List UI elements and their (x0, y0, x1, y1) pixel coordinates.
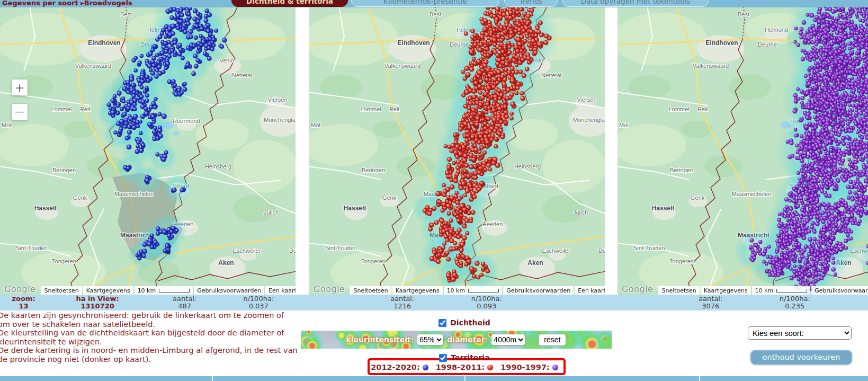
territoria-checkbox[interactable] (439, 354, 447, 362)
stats-bar: zoom:13ha in View:1310720aantal:487n/100… (0, 295, 868, 311)
territory-dots-layer (309, 7, 605, 295)
zoom-in-button[interactable]: + (12, 79, 28, 95)
top-bar: Gegevens per soort ▸Broedvogels Dichthei… (0, 0, 868, 7)
map-territoria-2012-2020[interactable]: BestHelmondDeurneEindhovenValkenswaardVe… (0, 7, 296, 295)
attribution-10-km[interactable]: 10 km (135, 286, 193, 295)
tab-kilometerhok-presentie[interactable]: Kilometerhok-presentie (351, 0, 499, 7)
attribution-gebruiksvoorwaarden[interactable]: Gebruiksvoorwaarden (811, 286, 868, 295)
bottom-divider (699, 376, 700, 381)
info-notes: De kaarten zijn gesynchroniseerd: gebrui… (0, 311, 298, 364)
diameter-label: diameter: (447, 335, 488, 344)
legend-period-label: 2012-2020: (371, 363, 420, 371)
bottom-divider (464, 376, 466, 381)
blue-dot-icon (423, 365, 428, 370)
google-logo[interactable]: Google (314, 284, 345, 294)
stat-hainview: ha in View:1310720 (47, 295, 148, 310)
density-toggle-row: Dichtheid (312, 318, 616, 327)
attribution-gebruiksvoorwaarden[interactable]: Gebruiksvoorwaarden (194, 286, 264, 295)
attribution-sneltoetsen[interactable]: Sneltoetsen (41, 286, 82, 295)
tab-trends[interactable]: Trends (504, 0, 558, 7)
territoria-label[interactable]: Territoria (451, 353, 489, 362)
red-dot-icon (487, 365, 493, 370)
stat-aantal: aantal:3076 (662, 295, 759, 310)
reset-button[interactable]: reset (538, 334, 566, 346)
legend-item-2012-2020: 2012-2020: (371, 363, 428, 371)
attribution-gebruiksvoorwaarden[interactable]: Gebruiksvoorwaarden (503, 286, 574, 295)
density-label[interactable]: Dichtheid (450, 318, 490, 327)
period-legend: 2012-2020:1998-2011:1990-1997: (312, 363, 616, 371)
attribution-kaartgegevens[interactable]: Kaartgegevens (83, 286, 133, 295)
intensity-label: kleurintensiteit: (346, 335, 414, 344)
app: Gegevens per soort ▸Broedvogels Dichthei… (0, 0, 868, 381)
map-attribution: GoogleSneltoetsenKaartgegevens10 kmGebru… (309, 284, 605, 295)
scale-bar (159, 289, 190, 293)
attribution-sneltoetsen[interactable]: Sneltoetsen (350, 286, 391, 295)
purple-dot-icon (552, 365, 558, 370)
density-controls: kleurintensiteit: 65% diameter: 4000m re… (301, 331, 612, 349)
density-checkbox[interactable] (439, 319, 446, 327)
territoria-toggle-row: Territoria (312, 353, 616, 362)
scale-bar (776, 289, 807, 293)
stats-1990-1997: aantal:3076n/100ha:0.235 (618, 295, 868, 310)
stat-aantal: aantal:487 (148, 295, 222, 310)
map-territoria-1990-1997[interactable]: BestHelmondDeurneEindhovenValkenswaardVe… (618, 7, 868, 295)
legend-item-1990-1997: 1990-1997: (500, 363, 558, 371)
google-logo[interactable]: Google (4, 284, 35, 294)
attribution-10-km[interactable]: 10 km (752, 286, 811, 295)
stat-n100ha: n/100ha:0.235 (759, 295, 830, 310)
breadcrumb[interactable]: Gegevens per soort ▸Broedvogels (2, 0, 132, 7)
tab-data-opvragen-met-tekentools[interactable]: Data opvragen met tekentools (562, 0, 709, 7)
stats-1998-2011: aantal:1216n/100ha:0.093 (309, 295, 605, 310)
attribution-kaartgegevens[interactable]: Kaartgegevens (701, 286, 751, 295)
territory-dots-layer (0, 7, 296, 295)
intensity-select[interactable]: 65% (417, 334, 444, 345)
attribution-een-kaartfout-rapporteren[interactable]: Een kaartfout rapporteren (265, 286, 296, 295)
attribution-10-km[interactable]: 10 km (444, 286, 503, 295)
attribution-een-kaartfout-rapporteren[interactable]: Een kaartfout rapporteren (575, 286, 605, 295)
note-color: De kleurstelling van de dichtheidskaart … (0, 329, 298, 346)
species-select[interactable]: Kies een soort: (748, 326, 852, 340)
map-attribution: GoogleSneltoetsenKaartgegevens10 kmGebru… (618, 284, 868, 295)
legend-period-label: 1998-2011: (436, 363, 485, 371)
stat-n100ha: n/100ha:0.093 (451, 295, 522, 310)
bottom-divider (212, 376, 213, 381)
attribution-kaartgegevens[interactable]: Kaartgegevens (392, 286, 443, 295)
map-attribution: GoogleSneltoetsenKaartgegevens10 kmGebru… (0, 284, 296, 295)
attribution-sneltoetsen[interactable]: Sneltoetsen (658, 286, 699, 295)
stat-aantal: aantal:1216 (354, 295, 451, 310)
tab-dichtheid-territoria[interactable]: Dichtheid & territoria (231, 0, 348, 7)
scale-bar (468, 289, 499, 293)
map-territoria-1998-2011[interactable]: BestHelmondDeurneEindhovenValkenswaardVe… (309, 7, 605, 295)
zoom-out-button[interactable]: − (12, 104, 28, 120)
legend-period-label: 1990-1997: (500, 363, 550, 371)
diameter-select[interactable]: 4000m (491, 334, 525, 345)
note-sync: De kaarten zijn gesynchroniseerd: gebrui… (0, 311, 298, 329)
legend-item-1998-2011: 1998-2011: (436, 363, 494, 371)
territory-dots-layer (618, 7, 868, 295)
google-logo[interactable]: Google (622, 284, 653, 294)
stat-n100ha: n/100ha:0.037 (221, 295, 296, 310)
stat-zoom: zoom:13 (0, 295, 47, 310)
note-survey: De derde kartering is in noord- en midde… (0, 346, 298, 364)
density-heatmap-strip: kleurintensiteit: 65% diameter: 4000m re… (301, 331, 612, 349)
save-preferences-button[interactable]: onthoud voorkeuren (750, 350, 852, 365)
bottom-bar (0, 376, 868, 381)
stats-2012-2020: zoom:13ha in View:1310720aantal:487n/100… (0, 295, 296, 310)
